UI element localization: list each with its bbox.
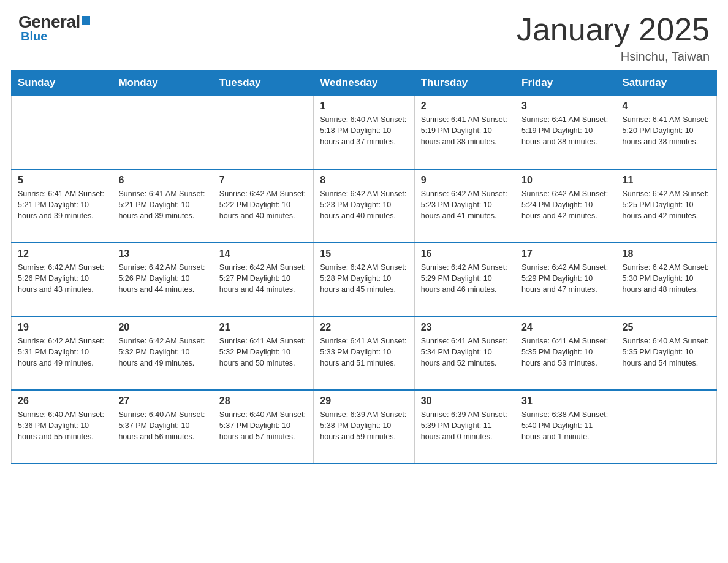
logo: General Blue	[18, 12, 90, 44]
day-number: 1	[320, 101, 408, 112]
day-number: 10	[521, 175, 609, 186]
day-number: 2	[421, 101, 509, 112]
day-number: 3	[521, 101, 609, 112]
calendar-cell: 27Sunrise: 6:40 AM Sunset: 5:37 PM Dayli…	[112, 390, 213, 464]
calendar-cell	[12, 96, 112, 169]
calendar-cell: 12Sunrise: 6:42 AM Sunset: 5:26 PM Dayli…	[12, 243, 112, 316]
day-number: 19	[18, 322, 105, 333]
calendar-cell: 9Sunrise: 6:42 AM Sunset: 5:23 PM Daylig…	[414, 169, 515, 243]
column-header-wednesday: Wednesday	[314, 71, 414, 96]
day-info: Sunrise: 6:40 AM Sunset: 5:37 PM Dayligh…	[219, 409, 307, 442]
day-number: 28	[219, 396, 307, 407]
day-info: Sunrise: 6:40 AM Sunset: 5:18 PM Dayligh…	[320, 114, 408, 147]
column-header-saturday: Saturday	[616, 71, 716, 96]
column-header-monday: Monday	[112, 71, 213, 96]
calendar-cell: 8Sunrise: 6:42 AM Sunset: 5:23 PM Daylig…	[314, 169, 414, 243]
day-number: 27	[118, 396, 206, 407]
calendar-header-row: SundayMondayTuesdayWednesdayThursdayFrid…	[12, 71, 717, 96]
column-header-thursday: Thursday	[414, 71, 515, 96]
day-number: 7	[219, 175, 307, 186]
day-number: 15	[320, 248, 408, 259]
day-info: Sunrise: 6:39 AM Sunset: 5:39 PM Dayligh…	[421, 409, 509, 442]
calendar-cell: 23Sunrise: 6:41 AM Sunset: 5:34 PM Dayli…	[414, 316, 515, 390]
calendar-cell: 3Sunrise: 6:41 AM Sunset: 5:19 PM Daylig…	[515, 96, 616, 169]
day-info: Sunrise: 6:42 AM Sunset: 5:23 PM Dayligh…	[320, 188, 408, 221]
calendar-cell: 19Sunrise: 6:42 AM Sunset: 5:31 PM Dayli…	[12, 316, 112, 390]
calendar-cell: 17Sunrise: 6:42 AM Sunset: 5:29 PM Dayli…	[515, 243, 616, 316]
day-number: 26	[18, 396, 105, 407]
day-info: Sunrise: 6:42 AM Sunset: 5:29 PM Dayligh…	[521, 262, 609, 295]
day-number: 20	[118, 322, 206, 333]
calendar-cell: 22Sunrise: 6:41 AM Sunset: 5:33 PM Dayli…	[314, 316, 414, 390]
day-info: Sunrise: 6:41 AM Sunset: 5:33 PM Dayligh…	[320, 335, 408, 369]
day-info: Sunrise: 6:40 AM Sunset: 5:35 PM Dayligh…	[623, 335, 710, 369]
day-number: 21	[219, 322, 307, 333]
day-number: 8	[320, 175, 408, 186]
day-info: Sunrise: 6:40 AM Sunset: 5:36 PM Dayligh…	[18, 409, 105, 442]
calendar-cell: 13Sunrise: 6:42 AM Sunset: 5:26 PM Dayli…	[112, 243, 213, 316]
day-number: 11	[623, 175, 710, 186]
day-info: Sunrise: 6:42 AM Sunset: 5:27 PM Dayligh…	[219, 262, 307, 295]
calendar-cell: 31Sunrise: 6:38 AM Sunset: 5:40 PM Dayli…	[515, 390, 616, 464]
calendar-cell: 21Sunrise: 6:41 AM Sunset: 5:32 PM Dayli…	[213, 316, 313, 390]
day-number: 5	[18, 175, 105, 186]
calendar-cell: 4Sunrise: 6:41 AM Sunset: 5:20 PM Daylig…	[616, 96, 716, 169]
day-info: Sunrise: 6:42 AM Sunset: 5:23 PM Dayligh…	[421, 188, 509, 221]
calendar-container: SundayMondayTuesdayWednesdayThursdayFrid…	[0, 70, 728, 475]
day-number: 16	[421, 248, 509, 259]
calendar-week-row: 12Sunrise: 6:42 AM Sunset: 5:26 PM Dayli…	[12, 243, 717, 316]
day-info: Sunrise: 6:42 AM Sunset: 5:29 PM Dayligh…	[421, 262, 509, 295]
calendar-cell: 30Sunrise: 6:39 AM Sunset: 5:39 PM Dayli…	[414, 390, 515, 464]
column-header-tuesday: Tuesday	[213, 71, 313, 96]
day-number: 9	[421, 175, 509, 186]
day-info: Sunrise: 6:42 AM Sunset: 5:25 PM Dayligh…	[623, 188, 710, 221]
day-info: Sunrise: 6:42 AM Sunset: 5:30 PM Dayligh…	[623, 262, 710, 295]
day-info: Sunrise: 6:42 AM Sunset: 5:26 PM Dayligh…	[18, 262, 105, 295]
calendar-cell: 2Sunrise: 6:41 AM Sunset: 5:19 PM Daylig…	[414, 96, 515, 169]
calendar-cell: 24Sunrise: 6:41 AM Sunset: 5:35 PM Dayli…	[515, 316, 616, 390]
day-info: Sunrise: 6:41 AM Sunset: 5:21 PM Dayligh…	[118, 188, 206, 221]
day-number: 31	[521, 396, 609, 407]
calendar-cell: 7Sunrise: 6:42 AM Sunset: 5:22 PM Daylig…	[213, 169, 313, 243]
day-info: Sunrise: 6:41 AM Sunset: 5:32 PM Dayligh…	[219, 335, 307, 369]
day-number: 25	[623, 322, 710, 333]
calendar-cell: 14Sunrise: 6:42 AM Sunset: 5:27 PM Dayli…	[213, 243, 313, 316]
calendar-cell: 20Sunrise: 6:42 AM Sunset: 5:32 PM Dayli…	[112, 316, 213, 390]
calendar-cell: 29Sunrise: 6:39 AM Sunset: 5:38 PM Dayli…	[314, 390, 414, 464]
calendar-week-row: 26Sunrise: 6:40 AM Sunset: 5:36 PM Dayli…	[12, 390, 717, 464]
day-number: 23	[421, 322, 509, 333]
day-info: Sunrise: 6:42 AM Sunset: 5:22 PM Dayligh…	[219, 188, 307, 221]
calendar-cell: 18Sunrise: 6:42 AM Sunset: 5:30 PM Dayli…	[616, 243, 716, 316]
day-number: 30	[421, 396, 509, 407]
calendar-cell: 28Sunrise: 6:40 AM Sunset: 5:37 PM Dayli…	[213, 390, 313, 464]
column-header-friday: Friday	[515, 71, 616, 96]
day-number: 14	[219, 248, 307, 259]
day-number: 6	[118, 175, 206, 186]
calendar-cell: 26Sunrise: 6:40 AM Sunset: 5:36 PM Dayli…	[12, 390, 112, 464]
day-number: 18	[623, 248, 710, 259]
calendar-cell: 16Sunrise: 6:42 AM Sunset: 5:29 PM Dayli…	[414, 243, 515, 316]
page-subtitle: Hsinchu, Taiwan	[517, 50, 710, 64]
page-title: January 2025	[517, 12, 710, 47]
day-info: Sunrise: 6:42 AM Sunset: 5:24 PM Dayligh…	[521, 188, 609, 221]
day-info: Sunrise: 6:42 AM Sunset: 5:31 PM Dayligh…	[18, 335, 105, 369]
day-info: Sunrise: 6:41 AM Sunset: 5:21 PM Dayligh…	[18, 188, 105, 221]
logo-triangle-icon	[82, 16, 90, 25]
logo-blue-label: Blue	[21, 29, 47, 44]
page-header: General Blue January 2025 Hsinchu, Taiwa…	[0, 0, 728, 70]
day-info: Sunrise: 6:41 AM Sunset: 5:34 PM Dayligh…	[421, 335, 509, 369]
calendar-table: SundayMondayTuesdayWednesdayThursdayFrid…	[11, 70, 717, 464]
day-info: Sunrise: 6:39 AM Sunset: 5:38 PM Dayligh…	[320, 409, 408, 442]
day-number: 12	[18, 248, 105, 259]
day-info: Sunrise: 6:42 AM Sunset: 5:26 PM Dayligh…	[118, 262, 206, 295]
day-number: 29	[320, 396, 408, 407]
calendar-cell	[616, 390, 716, 464]
day-info: Sunrise: 6:42 AM Sunset: 5:28 PM Dayligh…	[320, 262, 408, 295]
day-info: Sunrise: 6:42 AM Sunset: 5:32 PM Dayligh…	[118, 335, 206, 369]
calendar-cell: 10Sunrise: 6:42 AM Sunset: 5:24 PM Dayli…	[515, 169, 616, 243]
day-number: 24	[521, 322, 609, 333]
calendar-week-row: 5Sunrise: 6:41 AM Sunset: 5:21 PM Daylig…	[12, 169, 717, 243]
day-info: Sunrise: 6:40 AM Sunset: 5:37 PM Dayligh…	[118, 409, 206, 442]
day-number: 13	[118, 248, 206, 259]
day-info: Sunrise: 6:38 AM Sunset: 5:40 PM Dayligh…	[521, 409, 609, 442]
